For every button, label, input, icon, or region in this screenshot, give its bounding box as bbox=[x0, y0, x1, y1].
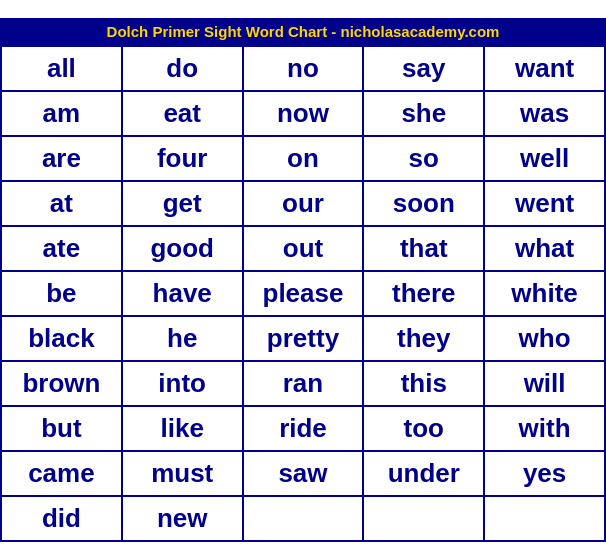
word-cell: into bbox=[122, 361, 243, 406]
table-row: behavepleasetherewhite bbox=[1, 271, 605, 316]
word-cell: she bbox=[363, 91, 484, 136]
table-row: atgetoursoonwent bbox=[1, 181, 605, 226]
word-cell: did bbox=[1, 496, 122, 541]
word-cell: good bbox=[122, 226, 243, 271]
word-cell bbox=[243, 496, 364, 541]
word-cell: they bbox=[363, 316, 484, 361]
word-cell: pretty bbox=[243, 316, 364, 361]
table-row: butlikeridetoowith bbox=[1, 406, 605, 451]
word-cell: ran bbox=[243, 361, 364, 406]
word-cell: no bbox=[243, 46, 364, 91]
word-cell bbox=[363, 496, 484, 541]
word-cell bbox=[484, 496, 605, 541]
word-cell: this bbox=[363, 361, 484, 406]
word-table: alldonosaywantameatnowshewasarefouronsow… bbox=[0, 45, 606, 542]
chart-title: Dolch Primer Sight Word Chart - nicholas… bbox=[0, 18, 606, 45]
word-cell: came bbox=[1, 451, 122, 496]
word-cell: be bbox=[1, 271, 122, 316]
word-cell: white bbox=[484, 271, 605, 316]
word-cell: with bbox=[484, 406, 605, 451]
word-cell: went bbox=[484, 181, 605, 226]
word-cell: black bbox=[1, 316, 122, 361]
word-cell: four bbox=[122, 136, 243, 181]
word-cell: ate bbox=[1, 226, 122, 271]
table-row: brownintoranthiswill bbox=[1, 361, 605, 406]
word-cell: on bbox=[243, 136, 364, 181]
word-cell: saw bbox=[243, 451, 364, 496]
word-cell: that bbox=[363, 226, 484, 271]
table-row: blackheprettytheywho bbox=[1, 316, 605, 361]
word-cell: please bbox=[243, 271, 364, 316]
word-cell: new bbox=[122, 496, 243, 541]
word-cell: eat bbox=[122, 91, 243, 136]
word-cell: he bbox=[122, 316, 243, 361]
chart-container: Dolch Primer Sight Word Chart - nicholas… bbox=[0, 18, 606, 542]
word-cell: want bbox=[484, 46, 605, 91]
table-row: ategoodoutthatwhat bbox=[1, 226, 605, 271]
word-cell: now bbox=[243, 91, 364, 136]
word-cell: yes bbox=[484, 451, 605, 496]
word-cell: out bbox=[243, 226, 364, 271]
table-row: ameatnowshewas bbox=[1, 91, 605, 136]
word-cell: was bbox=[484, 91, 605, 136]
word-cell: are bbox=[1, 136, 122, 181]
word-cell: get bbox=[122, 181, 243, 226]
word-cell: our bbox=[243, 181, 364, 226]
table-row: didnew bbox=[1, 496, 605, 541]
table-row: camemustsawunderyes bbox=[1, 451, 605, 496]
word-cell: must bbox=[122, 451, 243, 496]
word-cell: well bbox=[484, 136, 605, 181]
word-cell: ride bbox=[243, 406, 364, 451]
word-cell: say bbox=[363, 46, 484, 91]
word-cell: there bbox=[363, 271, 484, 316]
word-cell: like bbox=[122, 406, 243, 451]
word-cell: at bbox=[1, 181, 122, 226]
word-cell: under bbox=[363, 451, 484, 496]
word-cell: am bbox=[1, 91, 122, 136]
word-cell: soon bbox=[363, 181, 484, 226]
word-cell: brown bbox=[1, 361, 122, 406]
table-row: alldonosaywant bbox=[1, 46, 605, 91]
word-cell: have bbox=[122, 271, 243, 316]
word-cell: what bbox=[484, 226, 605, 271]
word-cell: so bbox=[363, 136, 484, 181]
table-row: arefouronsowell bbox=[1, 136, 605, 181]
word-cell: but bbox=[1, 406, 122, 451]
word-cell: will bbox=[484, 361, 605, 406]
word-cell: all bbox=[1, 46, 122, 91]
word-cell: too bbox=[363, 406, 484, 451]
word-cell: do bbox=[122, 46, 243, 91]
word-cell: who bbox=[484, 316, 605, 361]
